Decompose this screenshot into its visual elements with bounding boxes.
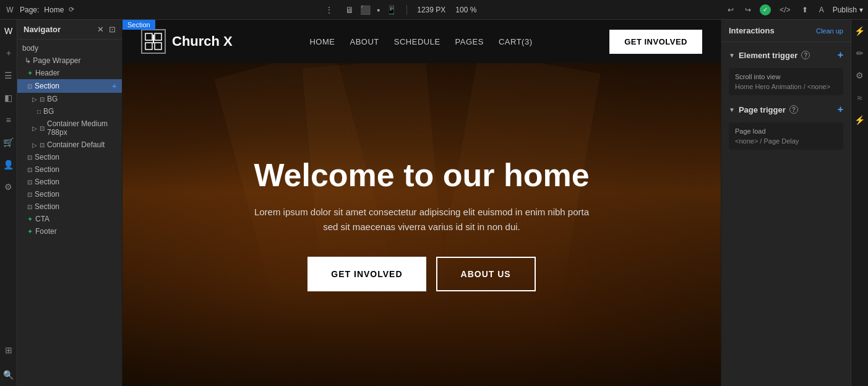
pages-icon[interactable]: ☰	[2, 69, 15, 82]
zoom-display: 100 %	[455, 6, 476, 14]
home-status-icon: ⟳	[69, 6, 74, 14]
svg-rect-2	[145, 43, 152, 49]
nav-about[interactable]: ABOUT	[350, 37, 379, 46]
nav-home[interactable]: HOME	[309, 37, 335, 46]
collapse-icon[interactable]: ▼	[729, 52, 735, 59]
nav-schedule[interactable]: SCHEDULE	[394, 37, 440, 46]
page-name: Home	[44, 6, 64, 14]
nav-item-body[interactable]: body	[17, 42, 122, 54]
redo-icon[interactable]: ↪	[742, 6, 754, 14]
page-trigger-item[interactable]: Page load <none> / Page Delay	[729, 122, 843, 150]
nav-item-page-wrapper[interactable]: ↳ Page Wrapper	[17, 54, 122, 67]
right-panel-content: ▼ Element trigger ? + Scroll into view H…	[721, 42, 851, 162]
users-icon[interactable]: 👤	[2, 158, 15, 171]
chart-icon[interactable]: ≈	[854, 92, 866, 104]
container-default-icon: ⊡	[40, 142, 45, 148]
style-icon[interactable]: ✏	[854, 47, 866, 59]
svg-rect-3	[155, 43, 161, 49]
device-icons: 🖥 ⬛ ▪ 📱	[345, 5, 397, 15]
nav-item-container-medium[interactable]: ▷ ⊡ Container Medium 788px	[17, 118, 122, 139]
section-badge: Section	[122, 20, 155, 30]
toolbar-center: ⋮ 🖥 ⬛ ▪ 📱 1239 PX 100 %	[323, 5, 476, 15]
canvas-wrapper: Section Churc	[122, 20, 721, 386]
website-preview: Church X HOME ABOUT SCHEDULE PAGES CART(…	[122, 20, 721, 386]
tablet-icon[interactable]: ▪	[377, 5, 380, 15]
cms-icon[interactable]: ≡	[2, 114, 15, 126]
code-icon[interactable]: </>	[777, 6, 793, 14]
nav-item-section2[interactable]: ⊡ Section	[17, 151, 122, 163]
ecommerce-icon[interactable]: 🛒	[2, 136, 15, 148]
page-trigger-section: ▼ Page trigger ? + Page load <none> / Pa…	[729, 104, 843, 150]
nav-item-cta[interactable]: ✦ CTA	[17, 213, 122, 225]
page-icon: W	[5, 5, 15, 15]
navigator-header: Navigator ✕ ⊡	[17, 20, 122, 40]
nav-item-section6[interactable]: ⊡ Section	[17, 200, 122, 213]
hero-about-us-button[interactable]: ABOUT US	[436, 257, 536, 291]
left-icon-sidebar: W ＋ ☰ ◧ ≡ 🛒 👤 ⚙ ⊞ 🔍	[0, 20, 17, 386]
page-trigger-help-icon[interactable]: ?	[789, 105, 798, 114]
far-right-icon-strip: ⚡ ✏ ⚙ ≈ ⚡	[851, 20, 868, 386]
add-element-icon[interactable]: ＋	[2, 47, 15, 59]
site-get-involved-button[interactable]: GET INVOLVED	[609, 30, 702, 54]
nav-item-section-active[interactable]: ⊡ Section +	[17, 79, 122, 93]
settings-icon[interactable]: ⚙	[2, 181, 15, 193]
cta-component-icon: ✦	[27, 215, 33, 223]
navigator-header-icons: ✕ ⊡	[97, 25, 116, 34]
page-label: Page:	[20, 6, 39, 14]
export-icon[interactable]: ⬆	[799, 6, 810, 14]
navigator-layout-button[interactable]: ⊡	[109, 25, 116, 34]
element-trigger-help-icon[interactable]: ?	[801, 51, 810, 59]
undo-icon[interactable]: ↩	[725, 6, 736, 14]
publish-button[interactable]: Publish ▾	[833, 6, 863, 14]
settings-panel-icon[interactable]: ⚙	[854, 69, 866, 82]
tablet-landscape-icon[interactable]: ⬛	[360, 5, 371, 15]
assets-icon[interactable]: ◧	[2, 92, 15, 104]
nav-pages[interactable]: PAGES	[455, 37, 484, 46]
divider	[406, 5, 407, 15]
nav-item-section4[interactable]: ⊡ Section	[17, 176, 122, 188]
interactions-panel-icon[interactable]: ⚡	[854, 25, 866, 37]
navigator-close-button[interactable]: ✕	[97, 25, 104, 34]
navigator-panel: Navigator ✕ ⊡ body ↳ Page Wrapper ✦ Head…	[17, 20, 122, 386]
monitor-icon[interactable]: 🖥	[345, 5, 354, 15]
nav-item-header[interactable]: ✦ Header	[17, 67, 122, 79]
footer-component-icon: ✦	[27, 228, 33, 236]
hero-subtitle: Lorem ipsum dolor sit amet consectetur a…	[249, 205, 595, 234]
element-trigger-add-button[interactable]: +	[838, 49, 843, 61]
search-icon[interactable]: 🔍	[2, 369, 15, 381]
hero-content: Welcome to our home Lorem ipsum dolor si…	[122, 63, 721, 386]
logo-icon	[141, 29, 166, 54]
page-trigger-collapse-icon[interactable]: ▼	[729, 106, 735, 113]
nav-cart[interactable]: CART(3)	[499, 37, 533, 46]
section-add-button[interactable]: +	[112, 81, 117, 91]
element-trigger-item[interactable]: Scroll into view Home Hero Animation / <…	[729, 68, 843, 95]
element-trigger-type-value: Home Hero Animation / <none>	[735, 83, 837, 90]
nav-item-section3[interactable]: ⊡ Section	[17, 163, 122, 176]
lightning-icon[interactable]: ⚡	[854, 114, 866, 126]
mobile-icon[interactable]: 📱	[386, 5, 397, 15]
navigator-icon[interactable]: W	[2, 25, 15, 37]
svg-rect-0	[145, 33, 152, 40]
nav-item-container-default[interactable]: ▷ ⊡ Container Default	[17, 139, 122, 151]
hero-get-involved-button[interactable]: GET INVOLVED	[307, 257, 426, 291]
svg-rect-1	[155, 33, 161, 40]
clean-up-button[interactable]: Clean up	[816, 27, 843, 35]
text-style-icon[interactable]: A	[817, 6, 827, 14]
site-logo: Church X	[141, 29, 233, 54]
section-icon-blue: ⊡	[27, 83, 32, 90]
components-icon[interactable]: ⊞	[2, 344, 15, 356]
element-trigger-type-label: Scroll into view	[735, 73, 837, 80]
status-indicator	[760, 4, 771, 15]
nav-item-bg2[interactable]: □ BG	[17, 105, 122, 118]
toolbar-left: W Page: Home ⟳	[5, 5, 74, 15]
nav-item-section5[interactable]: ⊡ Section	[17, 188, 122, 200]
page-trigger-type-label: Page load	[735, 127, 837, 135]
resolution-display: 1239 PX	[417, 6, 445, 14]
toolbar-right: ↩ ↪ </> ⬆ A Publish ▾	[725, 4, 863, 15]
more-options-icon[interactable]: ⋮	[323, 6, 335, 14]
page-trigger-add-button[interactable]: +	[838, 104, 843, 115]
logo-text: Church X	[172, 33, 233, 49]
nav-item-bg1[interactable]: ▷ ⊡ BG	[17, 93, 122, 105]
hero-section: Welcome to our home Lorem ipsum dolor si…	[122, 63, 721, 386]
nav-item-footer[interactable]: ✦ Footer	[17, 225, 122, 238]
